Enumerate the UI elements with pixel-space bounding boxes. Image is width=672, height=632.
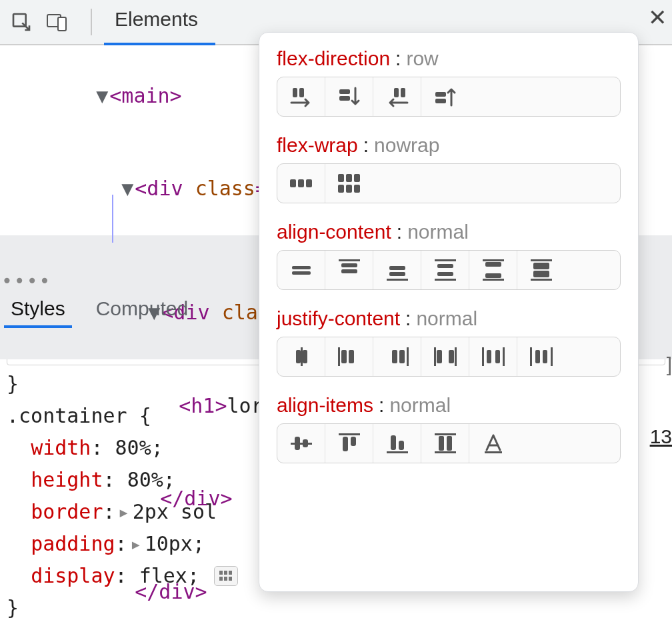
svg-rect-74 [399,441,404,450]
svg-rect-19 [306,179,312,187]
tab-styles[interactable]: Styles [7,288,69,327]
svg-rect-45 [531,279,552,281]
svg-rect-51 [349,350,354,363]
svg-rect-66 [551,347,553,366]
align-items-flex-end[interactable] [373,424,421,463]
bracket-icon: ] [635,353,672,376]
options-row [277,337,621,377]
align-content-stretch[interactable] [517,251,565,289]
svg-rect-72 [351,437,356,446]
flex-direction-column-reverse[interactable] [421,77,469,116]
section-align-items: align-items: normal [277,394,621,463]
svg-rect-18 [298,179,304,187]
align-content-flex-start[interactable] [325,251,373,289]
svg-rect-33 [387,279,408,281]
pop-prop: align-items [277,394,373,417]
svg-rect-15 [435,92,446,97]
options-row [277,163,621,203]
svg-rect-27 [292,271,311,275]
svg-rect-75 [387,451,408,453]
svg-rect-2 [58,17,66,31]
svg-rect-29 [341,263,357,267]
svg-rect-60 [487,350,491,363]
justify-content-space-between[interactable] [421,337,469,376]
svg-rect-28 [339,259,360,261]
section-flex-direction: flex-direction: row [277,47,621,117]
svg-rect-43 [533,263,549,269]
flex-wrap-wrap[interactable] [325,164,373,203]
svg-rect-80 [485,451,502,453]
pop-prop: flex-direction [277,47,390,70]
main-tabs: Elements [104,0,209,44]
pop-value: row [406,47,438,70]
svg-rect-12 [339,96,350,101]
tab-computed[interactable]: Computed [92,288,192,327]
svg-rect-40 [485,273,501,278]
justify-content-space-around[interactable] [469,337,517,376]
options-row [277,77,621,117]
align-content-flex-end[interactable] [373,251,421,289]
justify-content-flex-start[interactable] [325,337,373,376]
svg-rect-32 [389,272,405,276]
inspect-icon[interactable] [7,7,36,37]
tree-guide [112,195,113,243]
svg-rect-44 [533,271,549,277]
justify-content-center[interactable] [277,337,325,376]
align-content-center[interactable] [277,251,325,289]
svg-rect-68 [295,437,300,450]
svg-rect-73 [391,435,396,450]
pop-value: normal [416,307,477,330]
svg-rect-49 [338,347,340,366]
svg-rect-30 [341,269,357,273]
flex-direction-row[interactable] [277,77,325,116]
svg-rect-70 [339,433,360,435]
svg-rect-9 [293,88,297,97]
svg-rect-22 [354,174,360,182]
flex-direction-column[interactable] [325,77,373,116]
flex-wrap-nowrap[interactable] [277,164,325,203]
align-content-space-between[interactable] [469,251,517,289]
align-items-stretch[interactable] [421,424,469,463]
svg-rect-59 [482,347,484,366]
svg-rect-24 [346,185,352,193]
align-content-space-around[interactable] [421,251,469,289]
svg-rect-10 [299,88,304,97]
svg-rect-20 [338,174,344,182]
svg-rect-50 [341,350,347,363]
svg-rect-62 [503,347,505,366]
right-gutter: ] 13 [635,353,672,448]
align-items-center[interactable] [277,424,325,463]
svg-rect-67 [291,443,312,445]
justify-content-flex-end[interactable] [373,337,421,376]
flexbox-editor-popover: flex-direction: row flex-wrap: nowrap [259,32,639,592]
toolbar-separator [91,9,92,35]
svg-rect-61 [495,350,500,363]
svg-rect-56 [437,350,442,363]
pop-value: normal [407,221,469,243]
device-toggle-icon[interactable] [43,7,72,37]
svg-rect-41 [483,279,504,281]
tab-elements[interactable]: Elements [104,0,209,44]
svg-rect-65 [543,350,547,363]
close-icon[interactable]: ✕ [648,4,667,31]
pop-value: normal [389,394,451,417]
svg-rect-48 [303,350,307,363]
svg-rect-42 [531,259,552,261]
svg-rect-31 [389,266,405,270]
svg-rect-79 [435,451,456,453]
svg-rect-13 [394,88,399,97]
align-items-flex-start[interactable] [325,424,373,463]
svg-rect-11 [339,89,350,94]
source-line-link[interactable]: 13 [635,425,672,448]
section-justify-content: justify-content: normal [277,307,621,377]
justify-content-space-evenly[interactable] [517,337,565,376]
svg-rect-69 [303,439,308,447]
section-flex-wrap: flex-wrap: nowrap [277,134,621,203]
svg-rect-52 [392,350,397,363]
svg-rect-46 [296,350,301,363]
svg-rect-14 [401,88,405,97]
svg-rect-23 [338,185,344,193]
align-items-baseline[interactable] [469,424,517,463]
flex-direction-row-reverse[interactable] [373,77,421,116]
svg-rect-71 [343,437,348,451]
